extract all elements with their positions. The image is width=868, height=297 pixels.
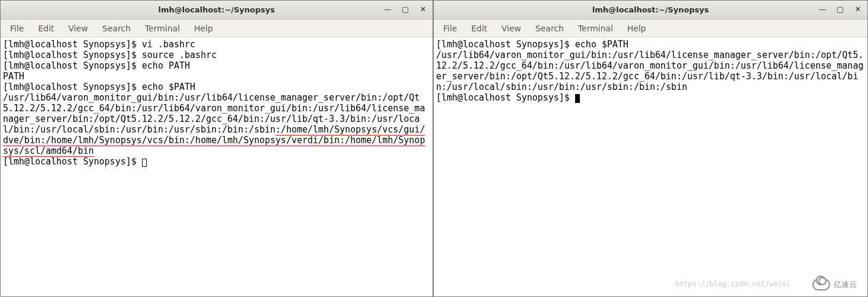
terminal-line: /usr/lib64/varon_monitor_gui/bin:/usr/li… bbox=[436, 50, 863, 92]
maximize-icon[interactable]: ▢ bbox=[399, 3, 411, 15]
watermark: 亿速云 bbox=[812, 279, 857, 290]
terminal-body-left[interactable]: [lmh@localhost Synopsys]$ vi .bashrc [lm… bbox=[1, 37, 433, 296]
menu-view[interactable]: View bbox=[496, 21, 527, 35]
window-controls: — ▢ ✕ bbox=[382, 3, 429, 15]
terminal-line: [lmh@localhost Synopsys]$ echo $PATH bbox=[3, 82, 195, 92]
terminal-window-left: lmh@localhost:~/Synopsys — ▢ ✕ File Edit… bbox=[0, 0, 433, 297]
window-title: lmh@localhost:~/Synopsys bbox=[1, 5, 433, 14]
close-icon[interactable]: ✕ bbox=[852, 3, 864, 15]
terminal-line: [lmh@localhost Synopsys]$ source .bashrc bbox=[3, 50, 217, 60]
cursor-icon bbox=[142, 159, 147, 167]
menu-file[interactable]: File bbox=[437, 21, 463, 35]
menu-edit[interactable]: Edit bbox=[465, 21, 493, 35]
menu-search[interactable]: Search bbox=[530, 21, 570, 35]
menu-view[interactable]: View bbox=[63, 21, 94, 35]
terminal-prompt: [lmh@localhost Synopsys]$ bbox=[3, 156, 142, 167]
terminal-line: [lmh@localhost Synopsys]$ echo PATH bbox=[3, 60, 190, 71]
cloud-icon bbox=[812, 279, 830, 290]
terminal-line: [lmh@localhost Synopsys]$ echo $PATH bbox=[436, 39, 628, 50]
menu-terminal[interactable]: Terminal bbox=[572, 21, 619, 35]
minimize-icon[interactable]: — bbox=[817, 3, 828, 15]
menu-edit[interactable]: Edit bbox=[32, 21, 60, 35]
window-controls: — ▢ ✕ bbox=[817, 3, 864, 15]
menubar-left: File Edit View Search Terminal Help bbox=[1, 20, 433, 37]
maximize-icon[interactable]: ▢ bbox=[834, 3, 846, 15]
menu-help[interactable]: Help bbox=[188, 21, 219, 35]
terminal-line: [lmh@localhost Synopsys]$ vi .bashrc bbox=[3, 39, 195, 50]
titlebar-left[interactable]: lmh@localhost:~/Synopsys — ▢ ✕ bbox=[1, 1, 433, 20]
menu-search[interactable]: Search bbox=[96, 21, 137, 35]
window-title: lmh@localhost:~/Synopsys bbox=[434, 5, 867, 14]
close-icon[interactable]: ✕ bbox=[417, 3, 429, 15]
terminal-prompt: [lmh@localhost Synopsys]$ bbox=[436, 92, 575, 103]
terminal-line: PATH bbox=[3, 71, 24, 82]
cursor-icon bbox=[575, 94, 580, 103]
faint-watermark-text: https://blog.csdn.net/weixi bbox=[675, 279, 790, 289]
menu-file[interactable]: File bbox=[4, 21, 30, 35]
menu-terminal[interactable]: Terminal bbox=[139, 21, 186, 35]
minimize-icon[interactable]: — bbox=[382, 3, 393, 15]
terminal-window-right: lmh@localhost:~/Synopsys — ▢ ✕ File Edit… bbox=[433, 0, 868, 297]
watermark-text: 亿速云 bbox=[834, 279, 857, 290]
menubar-right: File Edit View Search Terminal Help bbox=[434, 20, 867, 37]
titlebar-right[interactable]: lmh@localhost:~/Synopsys — ▢ ✕ bbox=[434, 1, 867, 20]
terminal-body-right[interactable]: [lmh@localhost Synopsys]$ echo $PATH /us… bbox=[434, 37, 867, 296]
menu-help[interactable]: Help bbox=[621, 21, 652, 35]
